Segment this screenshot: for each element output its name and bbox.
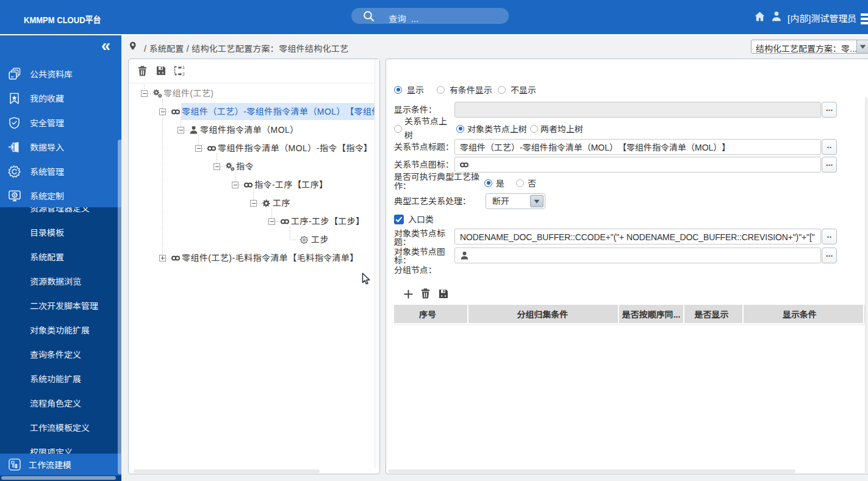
svg-text:2: 2 [182,72,185,76]
svg-text:1: 1 [182,66,185,69]
